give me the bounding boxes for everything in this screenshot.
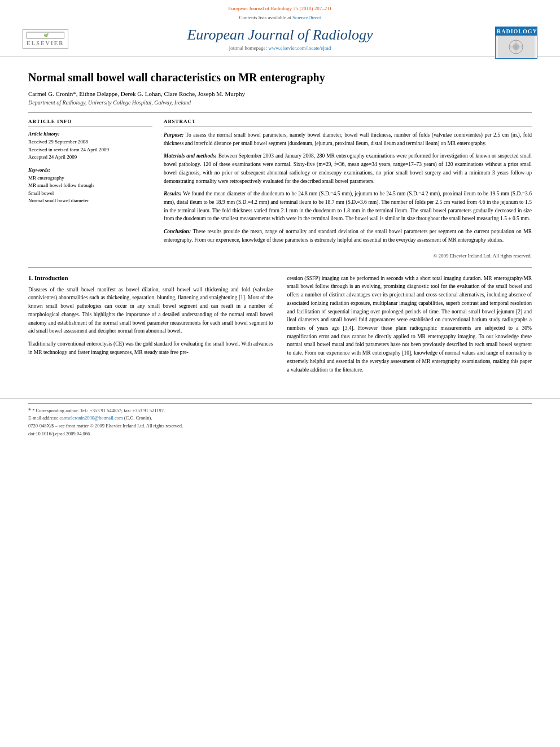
page-footer: * * Corresponding author. Tel.: +353 91 … bbox=[0, 398, 560, 441]
elsevier-logo: 🌿 ELSEVIER bbox=[23, 29, 62, 49]
keyword-2: MR small bowel follow through bbox=[28, 182, 152, 190]
results-text: We found the mean diameter of the duoden… bbox=[164, 191, 532, 221]
journal-title-block: 🌿 ELSEVIER European Journal of Radiology… bbox=[11, 24, 549, 54]
divider-line bbox=[28, 112, 532, 113]
asterisk-symbol: * bbox=[28, 407, 31, 413]
body-columns: 1. Introduction Diseases of the small bo… bbox=[28, 274, 532, 379]
radiology-image bbox=[496, 36, 537, 58]
body-content: 1. Introduction Diseases of the small bo… bbox=[28, 267, 532, 379]
intro-para-2: Traditionally conventional enteroclysis … bbox=[28, 340, 273, 356]
article-info-col: ARTICLE INFO Article history: Received 2… bbox=[28, 119, 152, 259]
email-note: E-mail address: carmelcronin2000@hotmail… bbox=[28, 415, 532, 421]
journal-header: European Journal of Radiology 75 (2010) … bbox=[0, 0, 560, 57]
elsevier-text: ELSEVIER bbox=[27, 40, 64, 46]
abstract-methods: Materials and methods: Between September… bbox=[164, 152, 532, 185]
contents-line: Contents lists available at ScienceDirec… bbox=[11, 15, 549, 20]
article-authors: Carmel G. Cronin*, Eithne Delappe, Derek… bbox=[28, 90, 532, 97]
methods-label: Materials and methods: bbox=[164, 153, 217, 159]
conclusion-text: These results provide the mean, range of… bbox=[164, 229, 532, 243]
journal-top-bar: European Journal of Radiology 75 (2010) … bbox=[11, 6, 549, 11]
abstract-col: ABSTRACT Purpose: To assess the normal s… bbox=[164, 119, 532, 259]
copyright-line: © 2009 Elsevier Ireland Ltd. All rights … bbox=[164, 250, 532, 259]
abstract-conclusion: Conclusion: These results provide the me… bbox=[164, 228, 532, 244]
page-wrapper: European Journal of Radiology 75 (2010) … bbox=[0, 0, 560, 747]
article-affiliation: Department of Radiology, University Coll… bbox=[28, 99, 532, 106]
purpose-label: Purpose: bbox=[164, 132, 183, 138]
license-line: 0720-048X/$ – see front matter © 2009 El… bbox=[28, 423, 532, 429]
history-group: Article history: Received 29 September 2… bbox=[28, 131, 152, 161]
received-revised-date: Received in revised form 24 April 2009 bbox=[28, 146, 152, 154]
email-link[interactable]: carmelcronin2000@hotmail.com bbox=[59, 415, 123, 421]
accepted-date: Accepted 24 April 2009 bbox=[28, 154, 152, 161]
abstract-results: Results: We found the mean diameter of t… bbox=[164, 190, 532, 223]
abstract-purpose: Purpose: To assess the normal small bowe… bbox=[164, 131, 532, 147]
purpose-text: To assess the normal small bowel paramet… bbox=[164, 132, 532, 146]
radiology-badge: RADIOLOGY bbox=[495, 27, 537, 59]
received-date: Received 29 September 2008 bbox=[28, 138, 152, 146]
keyword-4: Normal small bowel diameter bbox=[28, 197, 152, 205]
keyword-1: MR enterography bbox=[28, 174, 152, 182]
journal-homepage: journal homepage: www.elsevier.com/locat… bbox=[187, 45, 373, 51]
homepage-url[interactable]: www.elsevier.com/locate/ejrad bbox=[268, 45, 331, 51]
keywords-label: Keywords: bbox=[28, 167, 152, 173]
article-columns: ARTICLE INFO Article history: Received 2… bbox=[28, 119, 532, 259]
body-left-col: 1. Introduction Diseases of the small bo… bbox=[28, 274, 273, 379]
keyword-3: Small bowel bbox=[28, 190, 152, 198]
intro-heading: 1. Introduction bbox=[28, 274, 273, 281]
methods-text: Between September 2003 and January 2008,… bbox=[164, 153, 532, 184]
body-right-col: cession (SSFP) imaging can be performed … bbox=[287, 274, 532, 379]
corresponding-author-note: * * Corresponding author. Tel.: +353 91 … bbox=[28, 407, 532, 413]
keywords-group: Keywords: MR enterography MR small bowel… bbox=[28, 167, 152, 205]
journal-main-title: European Journal of Radiology bbox=[187, 27, 373, 43]
conclusion-label: Conclusion: bbox=[164, 229, 191, 234]
main-content: Normal small bowel wall characteristics … bbox=[0, 62, 560, 387]
journal-title-center: European Journal of Radiology journal ho… bbox=[187, 27, 373, 51]
intro-para-1: Diseases of the small bowel manifest as … bbox=[28, 286, 273, 335]
history-label: Article history: bbox=[28, 131, 152, 137]
results-label: Results: bbox=[164, 191, 182, 196]
abstract-label: ABSTRACT bbox=[164, 119, 532, 126]
intro-para-right: cession (SSFP) imaging can be performed … bbox=[287, 274, 532, 374]
radiology-label: RADIOLOGY bbox=[496, 27, 537, 36]
science-direct-link[interactable]: ScienceDirect bbox=[292, 15, 321, 20]
article-info-label: ARTICLE INFO bbox=[28, 119, 152, 126]
article-title: Normal small bowel wall characteristics … bbox=[28, 70, 532, 85]
doi-line: doi:10.1016/j.ejrad.2009.04.066 bbox=[28, 431, 532, 436]
